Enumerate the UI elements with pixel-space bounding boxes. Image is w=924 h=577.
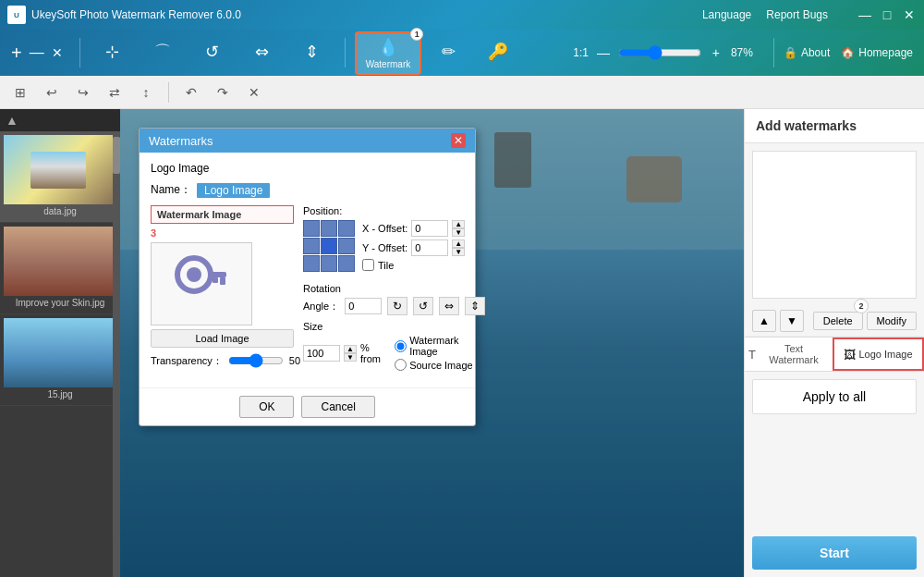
flip-h-btn[interactable]: ⇔ — [439, 297, 459, 315]
rotation-label: Rotation — [303, 283, 485, 294]
brush-tool-btn[interactable]: ✏ — [425, 38, 471, 68]
zoom-percent-label: 87% — [731, 46, 764, 59]
size-label: Size — [303, 321, 485, 332]
file-item-2[interactable]: Improve your Skin.jpg — [0, 223, 120, 314]
watermark-tool-btn[interactable]: 1 💧 Watermark — [355, 31, 422, 75]
main-toolbar: + — ✕ ⊹ ⌒ ↺ ⇔ ⇕ 1 💧 Watermark ✏ 🔑 1:1 — … — [0, 30, 924, 76]
header-links: 🔒 About 🏠 Homepage — [784, 46, 913, 59]
minimize-window-btn[interactable]: — — [857, 7, 872, 22]
mirror-btn[interactable]: ↕ — [133, 80, 159, 104]
y-offset-up[interactable]: ▲ — [452, 239, 465, 248]
angle-input[interactable] — [345, 298, 382, 314]
delete-btn[interactable]: Delete — [813, 312, 863, 330]
wm-image-radio-label[interactable]: Watermark Image — [395, 335, 485, 357]
pos-tl[interactable] — [303, 220, 320, 237]
source-image-radio-label[interactable]: Source Image — [395, 359, 485, 371]
home-icon: 🏠 — [841, 46, 855, 59]
clone-tool-btn[interactable]: ↺ — [189, 38, 236, 68]
title-bar-right: Language Report Bugs — □ ✕ — [702, 7, 917, 22]
x-offset-down[interactable]: ▼ — [452, 228, 465, 237]
x-offset-up[interactable]: ▲ — [452, 220, 465, 228]
pos-bc[interactable] — [321, 255, 337, 272]
wm-image-radio[interactable] — [395, 340, 407, 352]
zoom-slider[interactable] — [618, 45, 701, 60]
language-btn[interactable]: Language — [702, 8, 751, 21]
rotate-cw-btn[interactable]: ↻ — [387, 297, 407, 315]
move-down-btn[interactable]: ▼ — [780, 310, 804, 332]
type-logo-label: Logo Image — [151, 162, 209, 175]
zoom-control: 1:1 — + 87% — [573, 43, 764, 62]
tile-row: Tile — [362, 259, 465, 271]
rotation-section: Rotation Angle： ↻ ↺ ⇔ ⇕ — [303, 283, 485, 315]
dialog-title: Watermarks — [149, 134, 213, 148]
start-btn[interactable]: Start — [752, 536, 917, 570]
maximize-window-btn[interactable]: □ — [880, 7, 894, 22]
pos-bl[interactable] — [303, 255, 320, 272]
erase-tool-btn[interactable]: ⌒ — [140, 37, 186, 68]
apply-to-all-btn[interactable]: Apply to all — [752, 379, 917, 414]
logo-image-tab[interactable]: 🖼 Logo Image — [833, 338, 924, 371]
size-up[interactable]: ▲ — [344, 345, 357, 353]
transparency-value: 50 — [289, 355, 300, 366]
zoom-out-btn[interactable]: — — [594, 43, 613, 62]
text-watermark-tab[interactable]: T Text Watermark — [745, 338, 833, 371]
grid-btn[interactable]: ⊞ — [7, 80, 33, 104]
toolbar-separator-3 — [773, 38, 774, 68]
size-input[interactable] — [303, 345, 340, 362]
pos-tr[interactable] — [338, 220, 355, 237]
undo-btn[interactable]: ↶ — [178, 80, 204, 104]
dialog-cancel-btn[interactable]: Cancel — [301, 396, 374, 418]
scroll-up-btn[interactable]: ▲ — [6, 113, 18, 128]
flip-v-icon: ⇕ — [305, 42, 319, 62]
key-tool-btn[interactable]: 🔑 — [475, 38, 521, 68]
rotate-ccw-btn[interactable]: ↺ — [413, 297, 433, 315]
x-offset-input[interactable] — [411, 220, 448, 237]
offset-inputs: X - Offset: ▲ ▼ Y - — [362, 220, 465, 271]
tile-checkbox[interactable] — [362, 259, 374, 271]
flip-btn[interactable]: ⇄ — [102, 80, 128, 104]
flip-h-icon: ⇔ — [255, 42, 269, 62]
load-image-btn[interactable]: Load Image — [151, 329, 294, 348]
y-offset-down[interactable]: ▼ — [452, 248, 465, 256]
zoom-in-btn[interactable]: + — [707, 43, 725, 62]
report-bugs-btn[interactable]: Report Bugs — [766, 8, 828, 21]
right-panel-header: Add watermarks — [745, 109, 924, 143]
crop-icon: ⊹ — [105, 42, 119, 62]
cancel-btn[interactable]: ✕ — [241, 80, 267, 104]
flip-v-btn[interactable]: ⇕ — [465, 297, 485, 315]
dialog-close-btn[interactable]: ✕ — [451, 133, 466, 148]
flip-h-tool-btn[interactable]: ⇔ — [239, 38, 286, 68]
pos-mc[interactable] — [321, 238, 337, 254]
key-icon: 🔑 — [488, 42, 508, 62]
x-offset-label: X - Offset: — [362, 223, 407, 234]
flip-v-tool-btn[interactable]: ⇕ — [289, 38, 335, 68]
move-up-btn[interactable]: ▲ — [752, 310, 776, 332]
dialog-ok-btn[interactable]: OK — [239, 396, 294, 418]
file-item-1[interactable]: data.jpg — [0, 131, 120, 223]
pos-ml[interactable] — [303, 238, 320, 254]
add-file-btn[interactable]: + — [11, 43, 22, 64]
source-image-radio[interactable] — [395, 359, 407, 371]
wm-type-tabs: T Text Watermark 🖼 Logo Image — [745, 337, 924, 372]
y-offset-input[interactable] — [411, 239, 448, 256]
close-window-btn[interactable]: ✕ — [902, 7, 917, 22]
toolbar-separator-2 — [345, 38, 346, 68]
wm-controls-row: 2 ▲ ▼ Delete Modify — [745, 306, 924, 337]
position-label: Position: — [303, 205, 485, 216]
file-item-3[interactable]: 15.jpg — [0, 314, 120, 406]
crop-tool-btn[interactable]: ⊹ — [90, 38, 136, 68]
modify-btn[interactable]: Modify — [867, 312, 917, 330]
homepage-btn[interactable]: 🏠 Homepage — [841, 46, 913, 59]
close-panel-btn[interactable]: ✕ — [52, 45, 63, 60]
rotate-right-btn[interactable]: ↪ — [70, 80, 96, 104]
transparency-slider[interactable] — [228, 353, 284, 368]
minimize-panel-btn[interactable]: — — [30, 44, 44, 61]
rotate-left-btn[interactable]: ↩ — [39, 80, 65, 104]
pos-mr[interactable] — [338, 238, 355, 254]
about-btn[interactable]: 🔒 About — [784, 46, 830, 59]
size-down[interactable]: ▼ — [344, 353, 357, 362]
redo-btn[interactable]: ↷ — [210, 80, 236, 104]
file-panel-scrollbar[interactable] — [113, 137, 120, 577]
pos-br[interactable] — [338, 255, 355, 272]
pos-tc[interactable] — [321, 220, 337, 237]
